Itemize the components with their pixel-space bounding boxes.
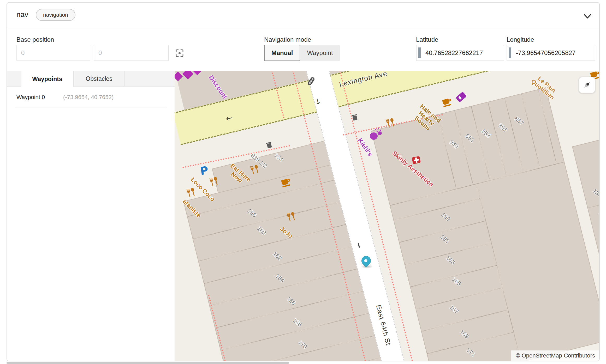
waypoint-list: Waypoint 0 (-73.9654, 40.7652): [7, 87, 175, 107]
chevron-down-icon[interactable]: [583, 13, 592, 20]
latitude-drag-handle[interactable]: [418, 47, 421, 58]
card-header: nav navigation: [7, 3, 599, 28]
base-x-input[interactable]: [16, 45, 90, 61]
waypoint-name: Waypoint 0: [16, 94, 45, 101]
card-title: nav: [16, 10, 28, 19]
pick-position-icon[interactable]: [175, 49, 184, 57]
row-divider: [15, 107, 167, 107]
parking-icon: P: [199, 164, 209, 178]
cosmetics-icon: [370, 129, 382, 140]
shop-icon: [455, 92, 467, 102]
waypoint-list-item[interactable]: Waypoint 0 (-73.9654, 40.7652): [7, 87, 175, 107]
navigation-mode-toggle: Manual Waypoint: [264, 45, 340, 61]
base-position-label: Base position: [16, 36, 54, 43]
horizontal-scrollbar[interactable]: [7, 362, 289, 364]
restaurant-icon: [185, 187, 197, 198]
latitude-field: [416, 45, 504, 61]
compass-needle-icon: [581, 79, 593, 91]
compass-button[interactable]: [579, 77, 595, 93]
mode-manual-button[interactable]: Manual: [264, 45, 300, 61]
page: nav navigation Base position Navigation …: [0, 0, 606, 364]
navigation-mode-label: Navigation mode: [264, 36, 311, 43]
map-canvas[interactable]: ↓ ← P 839 1/21541581601: [175, 71, 599, 361]
waypoint-coords: (-73.9654, 40.7652): [63, 94, 114, 101]
navigation-badge: navigation: [36, 9, 75, 21]
tab-bar: WaypointsObstacles: [7, 71, 175, 87]
waypoints-panel: WaypointsObstacles Waypoint 0 (-73.9654,…: [7, 71, 175, 361]
longitude-field: [507, 45, 595, 61]
latitude-label: Latitude: [416, 36, 438, 43]
tab[interactable]: Waypoints: [21, 71, 74, 87]
nav-card: nav navigation Base position Navigation …: [7, 2, 600, 361]
tab[interactable]: Obstacles: [74, 71, 125, 87]
latitude-input[interactable]: [416, 45, 504, 61]
header-divider: [7, 28, 599, 28]
base-y-input[interactable]: [94, 45, 169, 61]
waste-basket-icon: [267, 143, 272, 148]
healthcare-icon: [412, 156, 421, 164]
waste-basket-icon: [352, 115, 358, 120]
longitude-label: Longitude: [507, 36, 534, 43]
cafe-icon: [441, 97, 453, 108]
map-attribution: © OpenStreetMap Contributors: [511, 350, 599, 361]
longitude-input[interactable]: [507, 45, 595, 61]
mode-waypoint-button[interactable]: Waypoint: [300, 45, 340, 61]
longitude-drag-handle[interactable]: [509, 47, 511, 58]
